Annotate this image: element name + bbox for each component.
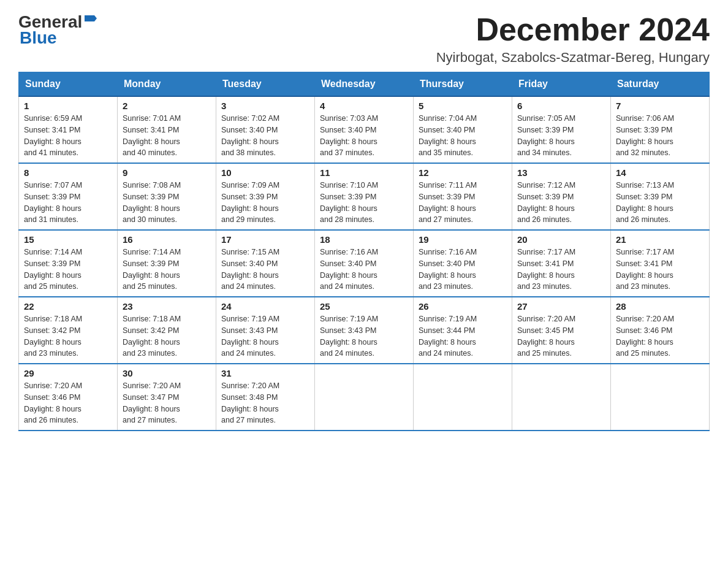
calendar-cell: 19Sunrise: 7:16 AMSunset: 3:40 PMDayligh…	[414, 230, 512, 297]
week-row-1: 1Sunrise: 6:59 AMSunset: 3:41 PMDaylight…	[19, 96, 710, 163]
day-number: 12	[419, 167, 507, 178]
day-info: Sunrise: 7:13 AMSunset: 3:39 PMDaylight:…	[616, 180, 704, 226]
day-number: 19	[419, 234, 507, 245]
location-title: Nyirbogat, Szabolcs-Szatmar-Bereg, Hunga…	[436, 50, 710, 66]
day-info: Sunrise: 7:01 AMSunset: 3:41 PMDaylight:…	[123, 113, 211, 159]
day-info: Sunrise: 7:18 AMSunset: 3:42 PMDaylight:…	[24, 313, 112, 359]
weekday-header-row: SundayMondayTuesdayWednesdayThursdayFrid…	[19, 72, 710, 97]
calendar-cell: 12Sunrise: 7:11 AMSunset: 3:39 PMDayligh…	[414, 163, 512, 230]
calendar-cell	[611, 364, 710, 431]
day-number: 22	[24, 301, 112, 312]
header: General Blue December 2024 Nyirbogat, Sz…	[18, 12, 710, 66]
calendar-cell: 10Sunrise: 7:09 AMSunset: 3:39 PMDayligh…	[216, 163, 315, 230]
day-info: Sunrise: 7:14 AMSunset: 3:39 PMDaylight:…	[24, 247, 112, 293]
day-number: 14	[616, 167, 704, 178]
weekday-header-thursday: Thursday	[414, 72, 512, 97]
calendar-cell: 31Sunrise: 7:20 AMSunset: 3:48 PMDayligh…	[216, 364, 315, 431]
calendar-cell	[315, 364, 414, 431]
calendar-cell: 11Sunrise: 7:10 AMSunset: 3:39 PMDayligh…	[315, 163, 414, 230]
calendar-cell: 15Sunrise: 7:14 AMSunset: 3:39 PMDayligh…	[19, 230, 118, 297]
day-info: Sunrise: 7:09 AMSunset: 3:39 PMDaylight:…	[221, 180, 309, 226]
day-info: Sunrise: 7:06 AMSunset: 3:39 PMDaylight:…	[616, 113, 704, 159]
day-info: Sunrise: 7:20 AMSunset: 3:46 PMDaylight:…	[616, 313, 704, 359]
day-info: Sunrise: 7:11 AMSunset: 3:39 PMDaylight:…	[419, 180, 507, 226]
title-area: December 2024 Nyirbogat, Szabolcs-Szatma…	[436, 12, 710, 66]
day-number: 2	[123, 101, 211, 111]
day-info: Sunrise: 7:20 AMSunset: 3:48 PMDaylight:…	[221, 380, 309, 426]
day-info: Sunrise: 7:19 AMSunset: 3:43 PMDaylight:…	[221, 313, 309, 359]
day-number: 21	[616, 234, 704, 245]
day-number: 17	[221, 234, 309, 245]
calendar-cell: 13Sunrise: 7:12 AMSunset: 3:39 PMDayligh…	[512, 163, 611, 230]
day-info: Sunrise: 7:20 AMSunset: 3:45 PMDaylight:…	[517, 313, 605, 359]
day-info: Sunrise: 7:14 AMSunset: 3:39 PMDaylight:…	[123, 247, 211, 293]
calendar-table: SundayMondayTuesdayWednesdayThursdayFrid…	[18, 72, 710, 431]
day-info: Sunrise: 7:19 AMSunset: 3:44 PMDaylight:…	[419, 313, 507, 359]
svg-marker-0	[85, 15, 94, 21]
day-number: 6	[517, 101, 605, 111]
calendar-cell: 1Sunrise: 6:59 AMSunset: 3:41 PMDaylight…	[19, 96, 118, 163]
day-number: 7	[616, 101, 704, 111]
calendar-cell	[512, 364, 611, 431]
day-number: 27	[517, 301, 605, 312]
weekday-header-tuesday: Tuesday	[216, 72, 315, 97]
weekday-header-saturday: Saturday	[611, 72, 710, 97]
calendar-cell: 22Sunrise: 7:18 AMSunset: 3:42 PMDayligh…	[19, 297, 118, 364]
week-row-2: 8Sunrise: 7:07 AMSunset: 3:39 PMDaylight…	[19, 163, 710, 230]
day-info: Sunrise: 7:02 AMSunset: 3:40 PMDaylight:…	[221, 113, 309, 159]
calendar-cell: 7Sunrise: 7:06 AMSunset: 3:39 PMDaylight…	[611, 96, 710, 163]
day-number: 8	[24, 167, 112, 178]
calendar-cell: 6Sunrise: 7:05 AMSunset: 3:39 PMDaylight…	[512, 96, 611, 163]
logo-blue-line: Blue	[18, 28, 57, 48]
day-info: Sunrise: 7:16 AMSunset: 3:40 PMDaylight:…	[320, 247, 408, 293]
day-info: Sunrise: 7:17 AMSunset: 3:41 PMDaylight:…	[517, 247, 605, 293]
day-info: Sunrise: 7:19 AMSunset: 3:43 PMDaylight:…	[320, 313, 408, 359]
week-row-4: 22Sunrise: 7:18 AMSunset: 3:42 PMDayligh…	[19, 297, 710, 364]
calendar-cell: 17Sunrise: 7:15 AMSunset: 3:40 PMDayligh…	[216, 230, 315, 297]
logo-blue-text: Blue	[20, 28, 57, 48]
day-info: Sunrise: 7:18 AMSunset: 3:42 PMDaylight:…	[123, 313, 211, 359]
day-number: 16	[123, 234, 211, 245]
calendar-cell: 20Sunrise: 7:17 AMSunset: 3:41 PMDayligh…	[512, 230, 611, 297]
day-number: 31	[221, 368, 309, 378]
week-row-3: 15Sunrise: 7:14 AMSunset: 3:39 PMDayligh…	[19, 230, 710, 297]
day-number: 24	[221, 301, 309, 312]
calendar-cell: 18Sunrise: 7:16 AMSunset: 3:40 PMDayligh…	[315, 230, 414, 297]
calendar-cell: 29Sunrise: 7:20 AMSunset: 3:46 PMDayligh…	[19, 364, 118, 431]
day-info: Sunrise: 7:03 AMSunset: 3:40 PMDaylight:…	[320, 113, 408, 159]
calendar-cell: 4Sunrise: 7:03 AMSunset: 3:40 PMDaylight…	[315, 96, 414, 163]
day-number: 4	[320, 101, 408, 111]
day-number: 25	[320, 301, 408, 312]
day-number: 11	[320, 167, 408, 178]
day-number: 13	[517, 167, 605, 178]
calendar-cell: 3Sunrise: 7:02 AMSunset: 3:40 PMDaylight…	[216, 96, 315, 163]
day-number: 30	[123, 368, 211, 378]
day-number: 15	[24, 234, 112, 245]
day-info: Sunrise: 7:15 AMSunset: 3:40 PMDaylight:…	[221, 247, 309, 293]
calendar-cell	[414, 364, 512, 431]
day-info: Sunrise: 6:59 AMSunset: 3:41 PMDaylight:…	[24, 113, 112, 159]
day-info: Sunrise: 7:20 AMSunset: 3:47 PMDaylight:…	[123, 380, 211, 426]
day-number: 3	[221, 101, 309, 111]
weekday-header-wednesday: Wednesday	[315, 72, 414, 97]
day-info: Sunrise: 7:20 AMSunset: 3:46 PMDaylight:…	[24, 380, 112, 426]
day-number: 23	[123, 301, 211, 312]
calendar-cell: 25Sunrise: 7:19 AMSunset: 3:43 PMDayligh…	[315, 297, 414, 364]
day-number: 10	[221, 167, 309, 178]
svg-marker-1	[94, 15, 97, 21]
calendar-cell: 2Sunrise: 7:01 AMSunset: 3:41 PMDaylight…	[118, 96, 216, 163]
day-number: 1	[24, 101, 112, 111]
weekday-header-monday: Monday	[118, 72, 216, 97]
day-number: 29	[24, 368, 112, 378]
day-info: Sunrise: 7:04 AMSunset: 3:40 PMDaylight:…	[419, 113, 507, 159]
day-number: 26	[419, 301, 507, 312]
day-info: Sunrise: 7:10 AMSunset: 3:39 PMDaylight:…	[320, 180, 408, 226]
calendar-cell: 26Sunrise: 7:19 AMSunset: 3:44 PMDayligh…	[414, 297, 512, 364]
calendar-cell: 23Sunrise: 7:18 AMSunset: 3:42 PMDayligh…	[118, 297, 216, 364]
day-info: Sunrise: 7:16 AMSunset: 3:40 PMDaylight:…	[419, 247, 507, 293]
weekday-header-sunday: Sunday	[19, 72, 118, 97]
calendar-cell: 28Sunrise: 7:20 AMSunset: 3:46 PMDayligh…	[611, 297, 710, 364]
calendar-cell: 8Sunrise: 7:07 AMSunset: 3:39 PMDaylight…	[19, 163, 118, 230]
calendar-cell: 21Sunrise: 7:17 AMSunset: 3:41 PMDayligh…	[611, 230, 710, 297]
day-number: 5	[419, 101, 507, 111]
